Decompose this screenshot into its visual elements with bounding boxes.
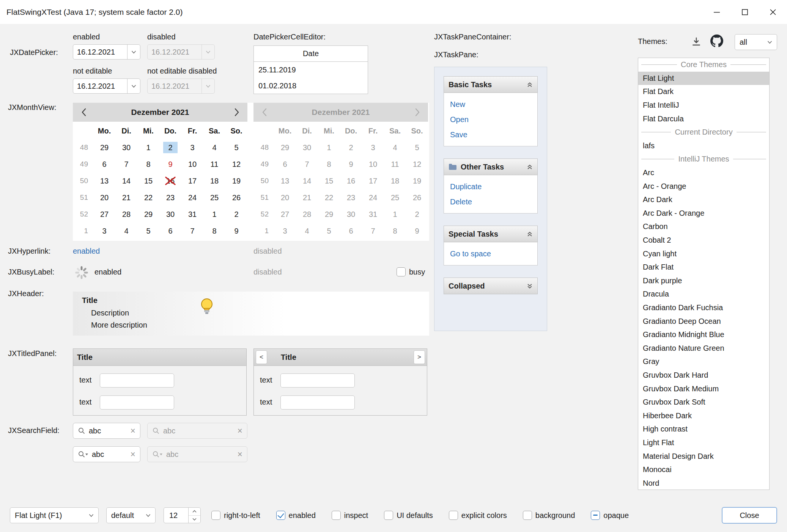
- calendar-cell[interactable]: 4: [203, 139, 225, 156]
- theme-list-item[interactable]: Core Themes: [638, 58, 769, 72]
- theme-list-item[interactable]: Gradianto Dark Fuchsia: [638, 301, 769, 315]
- task-link[interactable]: New: [450, 97, 531, 112]
- calendar-cell[interactable]: 29: [137, 206, 159, 223]
- calendar-cell[interactable]: Mi.: [137, 122, 159, 139]
- calendar-cell[interactable]: 6: [159, 223, 181, 239]
- calendar-cell[interactable]: Fr.: [181, 122, 203, 139]
- calendar-cell[interactable]: Di.: [115, 122, 137, 139]
- taskpane-title-bar[interactable]: Collapsed: [444, 278, 538, 294]
- calendar-cell[interactable]: 7: [115, 156, 137, 173]
- panel-left-button[interactable]: <: [256, 350, 267, 364]
- table-row[interactable]: 01.02.2018: [254, 78, 368, 94]
- calendar-cell[interactable]: 24: [181, 189, 203, 206]
- theme-list-item[interactable]: Cyan light: [638, 247, 769, 261]
- theme-list-item[interactable]: Flat Light: [638, 72, 769, 85]
- calendar-cell[interactable]: 28: [115, 206, 137, 223]
- calendar-cell[interactable]: 27: [93, 206, 115, 223]
- theme-list-item[interactable]: Gradianto Deep Ocean: [638, 314, 769, 328]
- calendar-cell[interactable]: 50: [73, 173, 93, 189]
- theme-list-item[interactable]: High contrast: [638, 422, 769, 436]
- task-link[interactable]: Duplicate: [450, 179, 531, 194]
- option-checkbox[interactable]: UI defaults: [384, 511, 433, 520]
- text-input[interactable]: [280, 395, 355, 410]
- clear-icon[interactable]: ×: [131, 450, 135, 459]
- theme-list-item[interactable]: Cobalt 2: [638, 234, 769, 247]
- search-field-with-menu[interactable]: abc ×: [73, 446, 140, 462]
- calendar-cell[interactable]: 2: [225, 206, 247, 223]
- github-button[interactable]: [710, 35, 723, 47]
- option-checkbox[interactable]: right-to-left: [211, 511, 260, 520]
- calendar-cell[interactable]: 7: [181, 223, 203, 239]
- calendar-cell[interactable]: 10: [181, 156, 203, 173]
- calendar-cell[interactable]: 11: [203, 156, 225, 173]
- theme-list-item[interactable]: Flat Darcula: [638, 112, 769, 126]
- theme-list-item[interactable]: Dark Flat: [638, 261, 769, 274]
- collapse-up-icon[interactable]: [527, 164, 533, 170]
- taskpane-title-bar[interactable]: Basic Tasks: [444, 76, 538, 93]
- calendar-cell[interactable]: 13: [93, 173, 115, 189]
- calendar-cell[interactable]: 48: [73, 139, 93, 156]
- calendar-cell[interactable]: 3: [93, 223, 115, 239]
- task-link[interactable]: Open: [450, 112, 531, 127]
- datepicker-dropdown-button[interactable]: [127, 45, 140, 59]
- theme-list-item[interactable]: Gruvbox Dark Hard: [638, 369, 769, 382]
- option-checkbox[interactable]: explicit colors: [449, 511, 507, 520]
- calendar-cell[interactable]: 23: [159, 189, 181, 206]
- calendar-cell[interactable]: 3: [181, 139, 203, 156]
- task-link[interactable]: Delete: [450, 194, 531, 209]
- calendar-cell[interactable]: 9: [225, 223, 247, 239]
- checkbox-box[interactable]: [384, 511, 393, 520]
- task-link[interactable]: Save: [450, 127, 531, 142]
- calendar-cell[interactable]: 19: [225, 173, 247, 189]
- checkbox-box[interactable]: [332, 511, 341, 520]
- theme-list-item[interactable]: Gradianto Midnight Blue: [638, 328, 769, 342]
- theme-list-item[interactable]: Arc: [638, 166, 769, 180]
- calendar-cell[interactable]: 30: [115, 139, 137, 156]
- theme-list-item[interactable]: Arc - Orange: [638, 179, 769, 193]
- download-button[interactable]: [691, 36, 702, 47]
- calendar-cell[interactable]: 21: [115, 189, 137, 206]
- calendar-cell[interactable]: Mo.: [93, 122, 115, 139]
- calendar-cell[interactable]: 5: [137, 223, 159, 239]
- theme-list-item[interactable]: Gruvbox Dark Soft: [638, 395, 769, 409]
- theme-list-item[interactable]: Dark purple: [638, 274, 769, 288]
- theme-list-item[interactable]: IntelliJ Themes: [638, 152, 769, 166]
- checkbox-box[interactable]: [276, 511, 285, 520]
- laf-combo[interactable]: Flat Light (F1): [10, 507, 99, 523]
- collapse-down-icon[interactable]: [527, 283, 533, 289]
- checkbox-box[interactable]: [211, 511, 220, 520]
- theme-list-item[interactable]: Nord: [638, 476, 769, 490]
- calendar-cell[interactable]: 51: [73, 189, 93, 206]
- calendar-cell[interactable]: 15: [137, 173, 159, 189]
- calendar-cell[interactable]: 2: [159, 139, 181, 156]
- theme-list-item[interactable]: Flat IntelliJ: [638, 99, 769, 112]
- calendar-cell[interactable]: 1: [137, 139, 159, 156]
- search-input[interactable]: abc: [92, 450, 127, 459]
- text-input[interactable]: [100, 395, 174, 410]
- calendar-cell[interactable]: 26: [225, 189, 247, 206]
- theme-list-item[interactable]: Gray: [638, 355, 769, 369]
- calendar-cell[interactable]: 30: [159, 206, 181, 223]
- theme-list-item[interactable]: Current Directory: [638, 126, 769, 139]
- calendar-cell[interactable]: 20: [93, 189, 115, 206]
- theme-list-item[interactable]: Flat Dark: [638, 85, 769, 99]
- text-input[interactable]: [280, 373, 355, 388]
- calendar-cell[interactable]: 5: [225, 139, 247, 156]
- calendar-cell[interactable]: [73, 122, 93, 139]
- theme-list-item[interactable]: Arc Dark - Orange: [638, 207, 769, 220]
- theme-list-item[interactable]: Monocai: [638, 463, 769, 477]
- theme-list-item[interactable]: Arc Dark: [638, 193, 769, 207]
- checkbox-box[interactable]: [449, 511, 458, 520]
- calendar-cell[interactable]: 6: [93, 156, 115, 173]
- next-month-button[interactable]: [226, 103, 247, 122]
- search-field-enabled[interactable]: abc ×: [73, 423, 140, 439]
- calendar-cell[interactable]: 1: [203, 206, 225, 223]
- checkbox-box[interactable]: [591, 511, 600, 520]
- calendar-cell[interactable]: Sa.: [203, 122, 225, 139]
- collapse-up-icon[interactable]: [527, 231, 533, 237]
- calendar-cell[interactable]: 17: [181, 173, 203, 189]
- calendar-cell[interactable]: 9: [159, 156, 181, 173]
- datepicker-not-editable[interactable]: 16.12.2021: [73, 78, 140, 94]
- calendar-cell[interactable]: 49: [73, 156, 93, 173]
- calendar-cell[interactable]: Do.: [159, 122, 181, 139]
